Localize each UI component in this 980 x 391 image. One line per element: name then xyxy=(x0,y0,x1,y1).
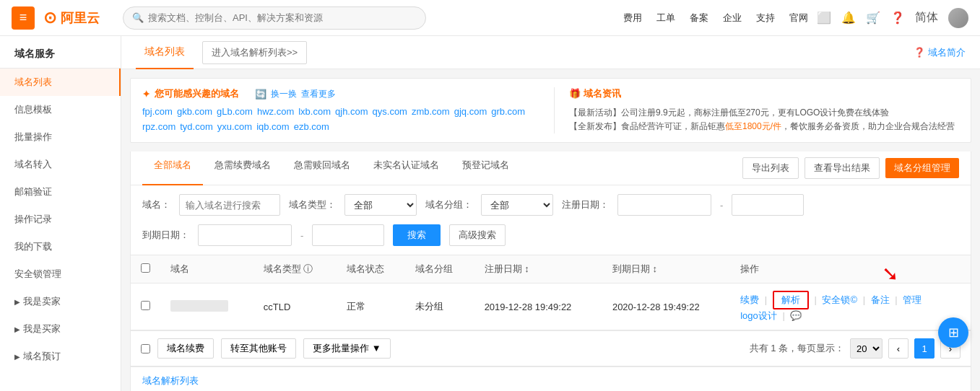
bottom-panel[interactable]: 域名解析列表 xyxy=(130,366,971,391)
sidebar-item-label: 我是卖家 xyxy=(23,295,61,308)
domain-tag[interactable]: zmb.com xyxy=(412,106,450,117)
action-parse[interactable]: 解析 xyxy=(773,291,809,309)
more-batch-button[interactable]: 更多批量操作 ▼ xyxy=(303,338,391,359)
sidebar-item-seller[interactable]: ▶ 我是卖家 xyxy=(0,288,121,315)
expire-start-input[interactable] xyxy=(198,224,292,246)
sidebar-item-batch[interactable]: 批量操作 xyxy=(0,123,121,151)
logo-icon: ⊙ xyxy=(43,9,56,27)
bell-icon[interactable]: 🔔 xyxy=(841,11,856,25)
nav-link-enterprise[interactable]: 企业 xyxy=(723,12,742,25)
search-bar[interactable]: 🔍 xyxy=(123,6,426,30)
sidebar-item-transfer-in[interactable]: 域名转入 xyxy=(0,151,121,178)
sidebar-item-domain-list[interactable]: 域名列表 xyxy=(0,69,121,96)
prev-page-button[interactable]: ‹ xyxy=(888,338,909,359)
nav-link-official[interactable]: 官网 xyxy=(789,12,808,25)
nav-link-support[interactable]: 支持 xyxy=(756,12,775,25)
domain-tag[interactable]: gLb.com xyxy=(217,106,253,117)
lang-switcher[interactable]: 简体 xyxy=(915,10,938,25)
th-status: 域名状态 xyxy=(337,255,405,284)
domain-tag[interactable]: yxu.com xyxy=(217,121,252,132)
domain-tag[interactable]: fpj.com xyxy=(142,106,173,117)
sidebar-item-preorder[interactable]: ▶ 域名预订 xyxy=(0,343,121,370)
nav-link-ticket[interactable]: 工单 xyxy=(656,12,675,25)
news-title: 🎁 域名资讯 xyxy=(569,87,959,100)
more-link[interactable]: 查看更多 xyxy=(301,88,336,100)
action-logo[interactable]: logo设计 xyxy=(740,310,777,321)
tab-renew-urgent[interactable]: 急需续费域名 xyxy=(203,151,282,185)
tab-redeem-urgent[interactable]: 急需赎回域名 xyxy=(282,151,362,185)
refresh-link[interactable]: 换一换 xyxy=(271,88,297,100)
action-chat[interactable]: 💬 xyxy=(790,310,802,321)
expire-end-input[interactable] xyxy=(312,224,384,246)
tab-goto-parse[interactable]: 进入域名解析列表>> xyxy=(202,41,307,64)
action-renew[interactable]: 续费 xyxy=(740,294,759,305)
tab-unverified[interactable]: 未实名认证域名 xyxy=(362,151,451,185)
help-icon: ❓ xyxy=(914,47,925,58)
group-manage-button[interactable]: 域名分组管理 xyxy=(885,158,959,178)
page-1-button[interactable]: 1 xyxy=(914,338,935,359)
domain-tag[interactable]: hwz.com xyxy=(257,106,294,117)
per-page-select[interactable]: 20 xyxy=(850,338,883,359)
domain-tag[interactable]: qys.com xyxy=(373,106,407,117)
domain-tag[interactable]: rpz.com xyxy=(142,121,175,132)
domain-search-input[interactable] xyxy=(179,194,280,216)
help-link[interactable]: ❓ 域名简介 xyxy=(914,46,966,59)
cart-icon[interactable]: 🛒 xyxy=(866,11,880,25)
hamburger-menu[interactable]: ≡ xyxy=(12,6,35,30)
hamburger-icon: ≡ xyxy=(19,10,27,25)
domain-tag[interactable]: grb.com xyxy=(491,106,525,117)
advanced-search-button[interactable]: 高级搜索 xyxy=(449,224,506,246)
avatar[interactable] xyxy=(948,8,968,28)
sidebar-item-email-verify[interactable]: 邮箱验证 xyxy=(0,178,121,206)
main-layout: 域名服务 域名列表 信息模板 批量操作 域名转入 邮箱验证 操作记录 我的下载 … xyxy=(0,36,980,391)
tab-domain-list[interactable]: 域名列表 xyxy=(136,36,194,69)
domain-tag[interactable]: iqb.com xyxy=(256,121,290,132)
float-action-button[interactable]: ⊞ xyxy=(938,317,968,348)
action-note[interactable]: 备注 xyxy=(871,294,890,305)
nav-link-cost[interactable]: 费用 xyxy=(623,12,642,25)
action-security[interactable]: 安全锁© xyxy=(822,294,857,305)
row-checkbox[interactable] xyxy=(141,301,150,310)
sidebar: 域名服务 域名列表 信息模板 批量操作 域名转入 邮箱验证 操作记录 我的下载 … xyxy=(0,36,121,391)
sidebar-item-info-template[interactable]: 信息模板 xyxy=(0,96,121,123)
search-button[interactable]: 搜索 xyxy=(393,224,441,246)
domain-tag[interactable]: qjh.com xyxy=(335,106,368,117)
sidebar-item-label: 域名预订 xyxy=(23,350,61,363)
nav-icons: ⬜ 🔔 🛒 ❓ 简体 xyxy=(817,8,968,28)
view-export-button[interactable]: 查看导出结果 xyxy=(805,157,880,179)
export-list-button[interactable]: 导出列表 xyxy=(742,157,799,179)
action-manage[interactable]: 管理 xyxy=(903,294,922,305)
sidebar-item-security-lock[interactable]: 安全锁管理 xyxy=(0,260,121,288)
sidebar-item-buyer[interactable]: ▶ 我是买家 xyxy=(0,315,121,343)
regdate-start-input[interactable] xyxy=(617,194,711,216)
sidebar-item-operation-log[interactable]: 操作记录 xyxy=(0,206,121,233)
select-all-checkbox[interactable] xyxy=(141,263,150,273)
action-divider: | xyxy=(765,294,767,305)
domain-tag[interactable]: tyd.com xyxy=(180,121,213,132)
domain-tag[interactable]: lxb.com xyxy=(298,106,331,117)
search-row: 域名： 域名类型： 全部 域名分组： 全部 注册日期： - xyxy=(131,185,971,224)
td-group: 未分组 xyxy=(405,284,474,330)
footer-checkbox[interactable] xyxy=(141,344,150,353)
domain-tags: fpj.com gkb.com gLb.com hwz.com lxb.com … xyxy=(142,106,532,132)
domain-tag[interactable]: gkb.com xyxy=(177,106,212,117)
regdate-end-input[interactable] xyxy=(732,194,804,216)
red-arrow-decoration: ➘ xyxy=(882,262,898,286)
help-icon[interactable]: ❓ xyxy=(890,11,905,25)
td-type: ccTLD xyxy=(253,284,337,330)
sidebar-item-my-download[interactable]: 我的下载 xyxy=(0,233,121,260)
batch-renew-button[interactable]: 域名续费 xyxy=(157,338,214,359)
domain-tag[interactable]: ezb.com xyxy=(294,121,329,132)
domain-tag[interactable]: gjq.com xyxy=(454,106,487,117)
chevron-right-icon: ▶ xyxy=(14,353,20,361)
interest-left: ✦ 您可能感兴趣的域名 🔄 换一换 查看更多 fpj.com gkb.com g… xyxy=(142,87,532,133)
transfer-button[interactable]: 转至其他账号 xyxy=(221,338,296,359)
search-input[interactable] xyxy=(148,12,417,23)
type-select[interactable]: 全部 xyxy=(344,194,417,216)
tab-all-domains[interactable]: 全部域名 xyxy=(142,151,203,185)
screen-icon[interactable]: ⬜ xyxy=(817,11,831,25)
nav-link-beian[interactable]: 备案 xyxy=(690,12,708,25)
group-select[interactable]: 全部 xyxy=(481,194,553,216)
logo-text: 阿里云 xyxy=(61,9,100,27)
tab-preregistered[interactable]: 预登记域名 xyxy=(451,151,521,185)
